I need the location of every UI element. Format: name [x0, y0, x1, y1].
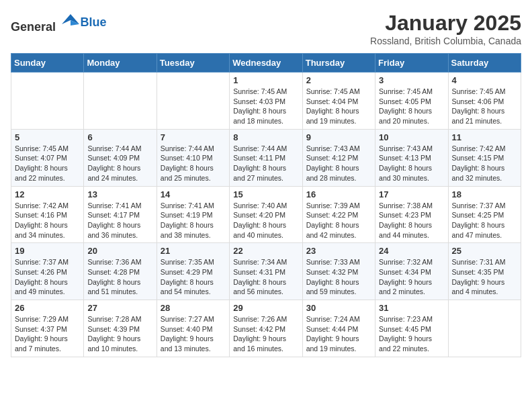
day-info: Sunrise: 7:45 AMSunset: 4:03 PMDaylight:… [233, 87, 298, 126]
calendar-cell: 27Sunrise: 7:28 AMSunset: 4:39 PMDayligh… [84, 300, 157, 357]
page-header: General Blue January 2025 Rossland, Brit… [11, 11, 521, 46]
calendar-cell: 15Sunrise: 7:40 AMSunset: 4:20 PMDayligh… [230, 186, 302, 243]
calendar-cell: 24Sunrise: 7:32 AMSunset: 4:34 PMDayligh… [375, 243, 448, 300]
calendar-title: January 2025 [370, 11, 521, 36]
calendar-cell: 17Sunrise: 7:38 AMSunset: 4:23 PMDayligh… [375, 186, 448, 243]
calendar-cell: 31Sunrise: 7:23 AMSunset: 4:45 PMDayligh… [375, 300, 448, 357]
calendar-cell: 23Sunrise: 7:33 AMSunset: 4:32 PMDayligh… [302, 243, 375, 300]
day-number: 6 [87, 132, 152, 142]
day-info: Sunrise: 7:33 AMSunset: 4:32 PMDaylight:… [306, 257, 371, 297]
week-row-1: 1Sunrise: 7:45 AMSunset: 4:03 PMDaylight… [11, 73, 521, 130]
day-number: 31 [379, 303, 444, 313]
calendar-cell: 20Sunrise: 7:36 AMSunset: 4:28 PMDayligh… [84, 243, 157, 300]
weekday-header-sunday: Sunday [11, 54, 84, 73]
weekday-header-row: SundayMondayTuesdayWednesdayThursdayFrid… [11, 54, 521, 73]
calendar-cell: 14Sunrise: 7:41 AMSunset: 4:19 PMDayligh… [157, 186, 229, 243]
day-number: 1 [233, 75, 298, 85]
day-info: Sunrise: 7:27 AMSunset: 4:40 PMDaylight:… [161, 314, 226, 354]
weekday-header-tuesday: Tuesday [157, 54, 229, 73]
day-number: 30 [306, 303, 371, 313]
day-info: Sunrise: 7:45 AMSunset: 4:05 PMDaylight:… [379, 87, 444, 126]
calendar-cell: 5Sunrise: 7:45 AMSunset: 4:07 PMDaylight… [11, 129, 84, 186]
weekday-header-friday: Friday [375, 54, 448, 73]
calendar-cell: 1Sunrise: 7:45 AMSunset: 4:03 PMDaylight… [230, 73, 302, 130]
calendar-cell: 22Sunrise: 7:34 AMSunset: 4:31 PMDayligh… [230, 243, 302, 300]
day-info: Sunrise: 7:42 AMSunset: 4:15 PMDaylight:… [452, 144, 517, 183]
day-number: 7 [161, 132, 226, 142]
day-number: 28 [161, 303, 226, 313]
day-info: Sunrise: 7:39 AMSunset: 4:22 PMDaylight:… [306, 201, 371, 240]
day-number: 15 [233, 189, 298, 199]
weekday-header-wednesday: Wednesday [230, 54, 302, 73]
day-number: 29 [233, 303, 298, 313]
calendar-cell [448, 300, 521, 357]
day-info: Sunrise: 7:36 AMSunset: 4:28 PMDaylight:… [87, 257, 152, 297]
calendar-cell: 2Sunrise: 7:45 AMSunset: 4:04 PMDaylight… [302, 73, 375, 130]
day-info: Sunrise: 7:26 AMSunset: 4:42 PMDaylight:… [233, 314, 298, 354]
day-number: 27 [87, 303, 152, 313]
calendar-cell: 16Sunrise: 7:39 AMSunset: 4:22 PMDayligh… [302, 186, 375, 243]
day-info: Sunrise: 7:28 AMSunset: 4:39 PMDaylight:… [87, 314, 152, 354]
calendar-cell: 11Sunrise: 7:42 AMSunset: 4:15 PMDayligh… [448, 129, 521, 186]
calendar-cell: 10Sunrise: 7:43 AMSunset: 4:13 PMDayligh… [375, 129, 448, 186]
day-info: Sunrise: 7:45 AMSunset: 4:06 PMDaylight:… [452, 87, 517, 126]
day-number: 9 [306, 132, 371, 142]
day-number: 2 [306, 75, 371, 85]
calendar-cell: 29Sunrise: 7:26 AMSunset: 4:42 PMDayligh… [230, 300, 302, 357]
weekday-header-monday: Monday [84, 54, 157, 73]
day-info: Sunrise: 7:29 AMSunset: 4:37 PMDaylight:… [15, 314, 80, 354]
day-number: 5 [15, 132, 80, 142]
calendar-cell: 3Sunrise: 7:45 AMSunset: 4:05 PMDaylight… [375, 73, 448, 130]
day-number: 3 [379, 75, 444, 85]
calendar-cell: 9Sunrise: 7:43 AMSunset: 4:12 PMDaylight… [302, 129, 375, 186]
calendar-cell: 8Sunrise: 7:44 AMSunset: 4:11 PMDaylight… [230, 129, 302, 186]
calendar-cell: 7Sunrise: 7:44 AMSunset: 4:10 PMDaylight… [157, 129, 229, 186]
day-number: 23 [306, 246, 371, 256]
day-info: Sunrise: 7:44 AMSunset: 4:11 PMDaylight:… [233, 144, 298, 183]
day-info: Sunrise: 7:23 AMSunset: 4:45 PMDaylight:… [379, 314, 444, 354]
calendar-cell [84, 73, 157, 130]
day-info: Sunrise: 7:37 AMSunset: 4:25 PMDaylight:… [452, 201, 517, 240]
day-number: 10 [379, 132, 444, 142]
weekday-header-thursday: Thursday [302, 54, 375, 73]
calendar-cell: 13Sunrise: 7:41 AMSunset: 4:17 PMDayligh… [84, 186, 157, 243]
calendar-cell: 19Sunrise: 7:37 AMSunset: 4:26 PMDayligh… [11, 243, 84, 300]
day-info: Sunrise: 7:43 AMSunset: 4:12 PMDaylight:… [306, 144, 371, 183]
day-number: 12 [15, 189, 80, 199]
day-number: 8 [233, 132, 298, 142]
day-number: 16 [306, 189, 371, 199]
day-info: Sunrise: 7:38 AMSunset: 4:23 PMDaylight:… [379, 201, 444, 240]
day-info: Sunrise: 7:45 AMSunset: 4:07 PMDaylight:… [15, 144, 80, 183]
day-info: Sunrise: 7:32 AMSunset: 4:34 PMDaylight:… [379, 257, 444, 297]
title-section: January 2025 Rossland, British Columbia,… [370, 11, 521, 46]
day-number: 25 [452, 246, 517, 256]
day-number: 14 [161, 189, 226, 199]
day-info: Sunrise: 7:44 AMSunset: 4:09 PMDaylight:… [87, 144, 152, 183]
calendar-cell: 6Sunrise: 7:44 AMSunset: 4:09 PMDaylight… [84, 129, 157, 186]
week-row-4: 19Sunrise: 7:37 AMSunset: 4:26 PMDayligh… [11, 243, 521, 300]
day-number: 20 [87, 246, 152, 256]
day-info: Sunrise: 7:45 AMSunset: 4:04 PMDaylight:… [306, 87, 371, 126]
calendar-cell: 12Sunrise: 7:42 AMSunset: 4:16 PMDayligh… [11, 186, 84, 243]
logo-bird-icon [60, 11, 81, 31]
day-number: 19 [15, 246, 80, 256]
logo: General Blue [11, 11, 107, 34]
calendar-subtitle: Rossland, British Columbia, Canada [370, 36, 521, 46]
calendar-table: SundayMondayTuesdayWednesdayThursdayFrid… [11, 53, 521, 357]
day-number: 11 [452, 132, 517, 142]
day-number: 26 [15, 303, 80, 313]
day-info: Sunrise: 7:40 AMSunset: 4:20 PMDaylight:… [233, 201, 298, 240]
calendar-cell [11, 73, 84, 130]
day-info: Sunrise: 7:24 AMSunset: 4:44 PMDaylight:… [306, 314, 371, 354]
logo-general: General [11, 20, 56, 34]
calendar-cell: 4Sunrise: 7:45 AMSunset: 4:06 PMDaylight… [448, 73, 521, 130]
day-info: Sunrise: 7:43 AMSunset: 4:13 PMDaylight:… [379, 144, 444, 183]
logo-blue: Blue [81, 15, 107, 29]
day-number: 22 [233, 246, 298, 256]
calendar-cell: 18Sunrise: 7:37 AMSunset: 4:25 PMDayligh… [448, 186, 521, 243]
day-number: 13 [87, 189, 152, 199]
day-info: Sunrise: 7:41 AMSunset: 4:17 PMDaylight:… [87, 201, 152, 240]
day-number: 24 [379, 246, 444, 256]
day-info: Sunrise: 7:42 AMSunset: 4:16 PMDaylight:… [15, 201, 80, 240]
day-number: 18 [452, 189, 517, 199]
